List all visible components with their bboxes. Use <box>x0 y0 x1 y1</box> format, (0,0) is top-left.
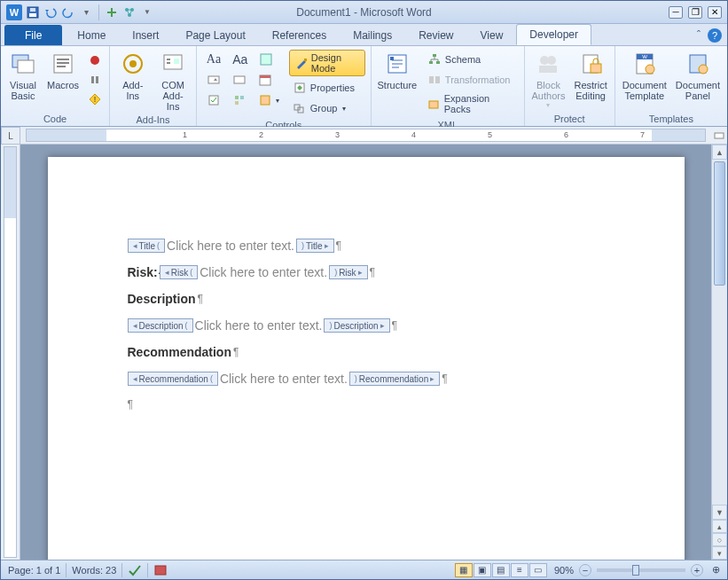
tab-mailings[interactable]: Mailings <box>340 25 405 45</box>
print-layout-view-button[interactable]: ▦ <box>455 563 473 577</box>
browse-object-button[interactable]: ○ <box>712 533 727 546</box>
zoom-slider[interactable] <box>597 568 685 572</box>
title-placeholder[interactable]: Click here to enter text. <box>165 239 296 253</box>
pause-recording-button[interactable] <box>84 71 106 89</box>
zoom-level[interactable]: 90% <box>554 565 574 576</box>
svg-rect-31 <box>240 96 244 99</box>
page-status[interactable]: Page: 1 of 1 <box>8 565 60 576</box>
tab-home[interactable]: Home <box>64 25 119 45</box>
macro-security-button[interactable]: ! <box>84 90 106 108</box>
title-sep: - <box>354 6 360 19</box>
risk-placeholder[interactable]: Click here to enter text. <box>198 265 329 279</box>
svg-rect-30 <box>235 96 239 99</box>
zoom-slider-thumb[interactable] <box>632 565 639 576</box>
schema-button[interactable]: Schema <box>424 51 518 68</box>
draft-view-button[interactable]: ▭ <box>529 563 547 577</box>
drop-down-control-button[interactable] <box>229 71 250 89</box>
workspace: ◂Title( Click here to enter text. )Title… <box>1 145 727 560</box>
restrict-editing-button[interactable]: Restrict Editing <box>570 48 610 103</box>
add-ins-button[interactable]: Add-Ins <box>114 48 152 103</box>
group-button[interactable]: Group▾ <box>289 99 365 117</box>
tab-references[interactable]: References <box>259 25 340 45</box>
ruler-toggle-button[interactable] <box>711 127 727 144</box>
qat-customize-icon[interactable]: ▾ <box>79 5 93 20</box>
picture-control-button[interactable] <box>255 51 277 68</box>
qat-extra2-icon[interactable] <box>122 5 137 20</box>
horizontal-ruler[interactable]: 1 2 3 4 5 6 7 <box>26 129 706 142</box>
ribbon-minimize-icon[interactable]: ˆ <box>697 29 701 42</box>
word-count[interactable]: Words: 23 <box>72 565 116 576</box>
document-area[interactable]: ◂Title( Click here to enter text. )Title… <box>20 145 711 560</box>
full-screen-view-button[interactable]: ▣ <box>474 563 491 577</box>
tab-file[interactable]: File <box>4 25 62 45</box>
design-mode-icon <box>295 57 308 69</box>
recommendation-placeholder[interactable]: Click here to enter text. <box>218 372 349 386</box>
minimize-button[interactable]: ─ <box>669 6 683 19</box>
macro-status-icon[interactable] <box>153 564 168 576</box>
rich-text-control-button[interactable]: Aa <box>203 51 224 68</box>
title-tag-end[interactable]: )Title▸ <box>296 239 334 253</box>
tab-insert[interactable]: Insert <box>119 25 172 45</box>
web-layout-view-button[interactable]: ▤ <box>492 563 510 577</box>
legacy-tools-button[interactable]: ▾ <box>254 91 283 109</box>
design-mode-button[interactable]: Design Mode <box>289 50 365 76</box>
status-separator <box>66 563 67 577</box>
scroll-up-button[interactable]: ▲ <box>712 145 727 160</box>
next-page-button[interactable]: ▾ <box>712 546 727 560</box>
combo-box-control-button[interactable] <box>203 71 224 89</box>
svg-rect-48 <box>539 66 557 73</box>
close-button[interactable]: ✕ <box>708 6 722 19</box>
building-block-control-button[interactable] <box>229 91 250 109</box>
redo-icon[interactable] <box>61 5 75 20</box>
page[interactable]: ◂Title( Click here to enter text. )Title… <box>48 157 685 560</box>
undo-icon[interactable] <box>43 5 58 20</box>
rec-tag-end[interactable]: )Recommendation▸ <box>349 372 440 386</box>
tab-selector-button[interactable]: L <box>1 127 20 145</box>
tab-page-layout[interactable]: Page Layout <box>172 25 258 45</box>
prev-page-button[interactable]: ▴ <box>712 520 727 533</box>
expansion-packs-button[interactable]: Expansion Packs <box>424 91 518 116</box>
restrict-editing-label: Restrict Editing <box>574 80 607 101</box>
word-icon[interactable]: W <box>6 4 22 20</box>
structure-button[interactable]: Structure <box>375 48 419 92</box>
tab-developer[interactable]: Developer <box>516 24 591 45</box>
desc-tag-start[interactable]: ◂Description( <box>128 318 193 333</box>
dropdown-icon <box>232 73 247 87</box>
risk-line: Risk: · ◂Risk( Click here to enter text.… <box>128 265 605 279</box>
scroll-down-button[interactable]: ▼ <box>712 505 727 520</box>
tab-view[interactable]: View <box>467 25 517 45</box>
description-placeholder[interactable]: Click here to enter text. <box>193 318 325 333</box>
date-picker-control-button[interactable] <box>254 71 276 89</box>
visual-basic-button[interactable]: Visual Basic <box>4 48 42 103</box>
help-icon[interactable]: ? <box>708 28 722 43</box>
document-template-button[interactable]: W Document Template <box>619 48 670 103</box>
title-tag-start[interactable]: ◂Title( <box>128 239 166 253</box>
check-box-control-button[interactable] <box>203 91 224 109</box>
zoom-out-button[interactable]: − <box>579 564 591 576</box>
macros-button[interactable]: Macros <box>43 48 82 92</box>
desc-tag-end[interactable]: )Description▸ <box>324 318 389 333</box>
svg-rect-32 <box>235 101 239 105</box>
vertical-ruler[interactable] <box>1 145 20 560</box>
record-macro-button[interactable] <box>84 51 106 69</box>
scroll-thumb[interactable] <box>714 161 725 286</box>
block-authors-button[interactable]: Block Authors ▾ <box>528 48 569 111</box>
risk-tag-end[interactable]: )Risk▸ <box>329 265 367 279</box>
scroll-track[interactable] <box>712 160 727 505</box>
outline-view-button[interactable]: ≡ <box>511 563 528 577</box>
com-add-ins-button[interactable]: COM Add-Ins <box>153 48 192 114</box>
rec-tag-start[interactable]: ◂Recommendation( <box>128 372 218 386</box>
plain-text-control-button[interactable]: Aa <box>229 51 251 68</box>
tab-review[interactable]: Review <box>405 25 466 45</box>
document-panel-button[interactable]: Document Panel <box>672 48 724 103</box>
risk-tag-start[interactable]: ◂Risk( <box>160 265 198 279</box>
restore-button[interactable]: ❐ <box>688 6 702 19</box>
zoom-in-button[interactable]: + <box>691 564 703 576</box>
save-icon[interactable] <box>26 5 40 20</box>
properties-button[interactable]: Properties <box>289 79 365 97</box>
qat-dropdown-icon[interactable]: ▼ <box>140 5 154 20</box>
proofing-icon[interactable] <box>128 564 142 576</box>
zoom-fit-button[interactable]: ⊕ <box>712 564 720 576</box>
macros-label: Macros <box>47 80 79 90</box>
qat-extra1-icon[interactable] <box>105 5 119 20</box>
